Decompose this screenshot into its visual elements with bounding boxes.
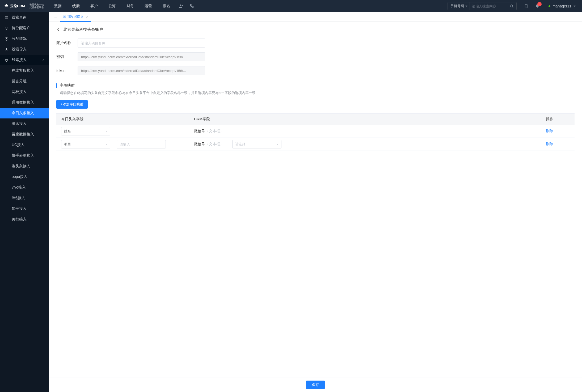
nav-item[interactable]: 客户	[85, 0, 103, 12]
plug-icon	[4, 58, 9, 62]
svg-point-0	[180, 5, 182, 6]
account-name-label: 账户名称	[56, 41, 78, 45]
token-input[interactable]	[78, 66, 205, 75]
crm-field-name: 微信号（文本框）	[194, 142, 224, 147]
svg-point-3	[526, 7, 526, 7]
sidebar-item[interactable]: 线索查询	[0, 12, 49, 23]
sidebar-sub-item[interactable]: vivo接入	[0, 182, 49, 193]
account-name-input[interactable]	[78, 39, 205, 48]
user-plus-icon[interactable]	[179, 4, 183, 8]
nav-item[interactable]: 线索	[67, 0, 85, 12]
sidebar-sub-item[interactable]: 在线客服接入	[0, 65, 49, 76]
chevron-down-icon	[105, 144, 107, 146]
section-heading: 字段映射	[56, 83, 575, 88]
search-type-select[interactable]: 手机号码	[448, 2, 470, 10]
sidebar-sub-item[interactable]: 美柚接入	[0, 214, 49, 225]
sidebar-sub-item[interactable]: 快手表单接入	[0, 150, 49, 161]
main-area: 通用数据接入 ✕ 北京昱新科技头条账户 账户名称 密钥 token	[49, 12, 582, 392]
search-button[interactable]	[507, 2, 516, 10]
sidebar-icon	[4, 26, 9, 30]
save-button[interactable]: 保存	[306, 381, 325, 389]
sidebar-item-label: 线索查询	[12, 15, 27, 20]
table-row: 项目微信号（文本框）请选择删除	[56, 138, 575, 151]
delete-button[interactable]: 删除	[546, 129, 553, 133]
tab-active[interactable]: 通用数据接入 ✕	[60, 12, 91, 22]
tt-field-input[interactable]	[117, 140, 166, 148]
th-crm-field: CRM字段	[194, 117, 546, 122]
chevron-up-icon	[42, 59, 45, 61]
section-bar-icon	[56, 83, 57, 88]
sidebar-sub-item[interactable]: 腾讯接入	[0, 118, 49, 129]
svg-rect-4	[5, 16, 8, 19]
nav-item[interactable]: 数据	[49, 0, 67, 12]
user-menu[interactable]: manager11	[544, 4, 580, 8]
logo-divider	[27, 3, 27, 9]
back-icon[interactable]	[56, 28, 61, 32]
sidebar-icon	[4, 37, 9, 41]
sidebar-collapse-icon[interactable]	[51, 15, 60, 19]
sidebar-sub-item[interactable]: 知乎接入	[0, 203, 49, 214]
sidebar-item[interactable]: 待分配客户	[0, 23, 49, 33]
crm-field-name: 微信号（文本框）	[194, 129, 224, 134]
global-search: 手机号码	[448, 2, 517, 10]
sidebar-sub-item[interactable]: UC接入	[0, 140, 49, 150]
sidebar-sub-item[interactable]: 趣头条接入	[0, 161, 49, 172]
page-title: 北京昱新科技头条账户	[63, 27, 103, 32]
delete-button[interactable]: 删除	[546, 142, 553, 146]
app-header: 云朵CRM 教育机构一站 式服务云平台 数据线索客户公海财务运营报名 手机号码 …	[0, 0, 582, 12]
footer-bar: 保存	[49, 377, 582, 392]
sidebar-sub-item[interactable]: 网校接入	[0, 87, 49, 97]
tt-field-select[interactable]: 项目	[61, 140, 110, 148]
sidebar-group-clue-access[interactable]: 线索接入	[0, 55, 49, 65]
logo-subtitle: 教育机构一站 式服务云平台	[29, 3, 44, 9]
search-input[interactable]	[470, 4, 507, 8]
nav-item[interactable]: 报名	[157, 0, 175, 12]
sidebar-item-label: 线索导入	[12, 47, 27, 52]
sidebar-sub-item[interactable]: B站接入	[0, 193, 49, 203]
table-row: 姓名微信号（文本框）删除	[56, 125, 575, 138]
sidebar-group-label: 线索接入	[12, 58, 27, 62]
crm-field-select[interactable]: 请选择	[232, 140, 281, 148]
sidebar-item-label: 分配情况	[12, 36, 27, 41]
mobile-icon[interactable]	[524, 4, 528, 8]
nav-item[interactable]: 运营	[139, 0, 157, 12]
page-content: 北京昱新科技头条账户 账户名称 密钥 token 字段映射 请确保您在此填写的头…	[49, 22, 582, 392]
th-action: 操作	[546, 117, 570, 122]
sidebar-sub-item[interactable]: 百度数据接入	[0, 129, 49, 140]
nav-item[interactable]: 财务	[121, 0, 139, 12]
sidebar-icon	[4, 47, 9, 52]
table-header: 今日头条字段 CRM字段 操作	[56, 114, 575, 125]
username-label: manager11	[553, 4, 571, 8]
sidebar-item[interactable]: 线索导入	[0, 44, 49, 55]
sidebar-sub-item[interactable]: 今日头条接入	[0, 108, 49, 118]
chevron-down-icon	[276, 144, 279, 146]
chevron-down-icon	[573, 6, 576, 8]
tab-label: 通用数据接入	[63, 14, 84, 19]
secret-label: 密钥	[56, 54, 78, 59]
mapping-table: 今日头条字段 CRM字段 操作 姓名微信号（文本框）删除项目微信号（文本框）请选…	[56, 113, 575, 151]
sidebar-sub-item[interactable]: 通用数据接入	[0, 97, 49, 108]
top-nav: 数据线索客户公海财务运营报名	[49, 0, 175, 12]
sidebar: 线索查询待分配客户分配情况线索导入 线索接入 在线客服接入留言分组网校接入通用数…	[0, 12, 49, 392]
chevron-down-icon	[105, 131, 107, 133]
nav-item[interactable]: 公海	[103, 0, 121, 12]
bell-icon[interactable]: 5	[535, 4, 539, 8]
secret-input[interactable]	[78, 52, 205, 61]
sidebar-sub-item[interactable]: oppo接入	[0, 172, 49, 182]
tt-field-select[interactable]: 姓名	[61, 127, 110, 135]
sidebar-item[interactable]: 分配情况	[0, 33, 49, 44]
sidebar-sub-item[interactable]: 留言分组	[0, 76, 49, 87]
notif-badge: 5	[537, 2, 542, 6]
phone-icon[interactable]	[189, 4, 194, 8]
close-icon[interactable]: ✕	[86, 15, 88, 19]
breadcrumb: 北京昱新科技头条账户	[56, 27, 575, 32]
header-extra-icons	[175, 4, 197, 8]
sidebar-item-label: 待分配客户	[12, 26, 30, 31]
section-hint: 请确保您在此填写的头条自定义字段名称与在今日头条平台中自定义的字段名称一致，并且…	[56, 91, 575, 95]
sidebar-icon	[4, 15, 9, 20]
add-mapping-button[interactable]: +添加字段映射	[56, 100, 88, 109]
token-label: token	[56, 69, 78, 73]
svg-point-1	[510, 5, 513, 7]
tabs-bar: 通用数据接入 ✕	[49, 12, 582, 22]
section-title-text: 字段映射	[60, 83, 75, 88]
